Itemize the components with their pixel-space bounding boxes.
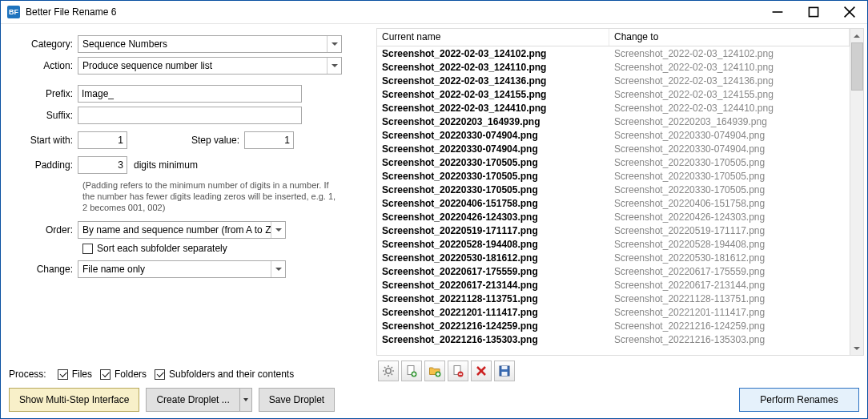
order-select[interactable]: By name and sequence number (from A to Z… bbox=[78, 221, 286, 239]
list-header: Current name Change to bbox=[377, 29, 850, 46]
folder-add-icon[interactable] bbox=[424, 361, 445, 381]
table-row[interactable]: Screenshot_20220617-213144.pngScreenshot… bbox=[377, 278, 850, 292]
file-list-rows[interactable]: Screenshot_2022-02-03_124102.pngScreensh… bbox=[377, 46, 850, 355]
change-to-cell: Screenshot_20220330-170505.png bbox=[609, 171, 850, 182]
table-row[interactable]: Screenshot_20220530-181612.pngScreenshot… bbox=[377, 251, 850, 264]
table-row[interactable]: Screenshot_20221216-135303.pngScreenshot… bbox=[377, 332, 850, 346]
create-droplet-dropdown[interactable] bbox=[239, 388, 252, 412]
stepvalue-label: Step value: bbox=[179, 135, 244, 146]
change-to-cell: Screenshot_2022-02-03_124110.png bbox=[609, 62, 850, 73]
table-row[interactable]: Screenshot_20220330-170505.pngScreenshot… bbox=[377, 169, 850, 183]
save-disk-icon[interactable] bbox=[494, 361, 515, 381]
perform-renames-button[interactable]: Perform Renames bbox=[739, 388, 859, 412]
change-to-cell: Screenshot_20220426-124303.png bbox=[609, 212, 850, 223]
table-row[interactable]: Screenshot_20220528-194408.pngScreenshot… bbox=[377, 237, 850, 251]
vertical-scrollbar[interactable] bbox=[850, 29, 863, 355]
current-name-cell: Screenshot_2022-02-03_124110.png bbox=[377, 62, 609, 73]
gear-icon[interactable] bbox=[378, 361, 399, 381]
table-row[interactable]: Screenshot_20221201-111417.pngScreenshot… bbox=[377, 305, 850, 319]
maximize-button[interactable] bbox=[795, 1, 831, 23]
table-row[interactable]: Screenshot_2022-02-03_124102.pngScreensh… bbox=[377, 46, 850, 60]
file-add-icon[interactable] bbox=[401, 361, 422, 381]
change-to-cell: Screenshot_20220617-175559.png bbox=[609, 266, 850, 277]
change-to-cell: Screenshot_20220528-194408.png bbox=[609, 239, 850, 250]
table-row[interactable]: Screenshot_2022-02-03_124410.pngScreensh… bbox=[377, 101, 850, 115]
table-row[interactable]: Screenshot_2022-02-03_124110.pngScreensh… bbox=[377, 60, 850, 74]
change-to-cell: Screenshot_2022-02-03_124102.png bbox=[609, 48, 850, 59]
table-row[interactable]: Screenshot_20221128-113751.pngScreenshot… bbox=[377, 292, 850, 305]
current-name-cell: Screenshot_20220617-213144.png bbox=[377, 280, 609, 291]
titlebar: BF Better File Rename 6 bbox=[1, 1, 867, 24]
startwith-input[interactable] bbox=[78, 131, 127, 149]
change-to-cell: Screenshot_20221216-135303.png bbox=[609, 334, 850, 345]
change-select[interactable]: File name only bbox=[78, 260, 286, 278]
suffix-label: Suffix: bbox=[9, 110, 78, 121]
table-row[interactable]: Screenshot_20220617-175559.pngScreenshot… bbox=[377, 264, 850, 278]
current-name-cell: Screenshot_20220530-181612.png bbox=[377, 252, 609, 264]
prefix-input[interactable] bbox=[78, 85, 302, 103]
current-name-cell: Screenshot_20220519-171117.png bbox=[377, 225, 609, 236]
save-droplet-button[interactable]: Save Droplet bbox=[259, 388, 335, 412]
folders-checkbox[interactable] bbox=[100, 369, 111, 380]
table-row[interactable]: Screenshot_20220330-074904.pngScreenshot… bbox=[377, 128, 850, 142]
scroll-down-icon[interactable] bbox=[850, 341, 863, 355]
chevron-down-icon bbox=[327, 58, 341, 74]
category-label: Category: bbox=[9, 38, 78, 50]
change-to-cell: Screenshot_2022-02-03_124136.png bbox=[609, 75, 850, 87]
table-row[interactable]: Screenshot_20220330-170505.pngScreenshot… bbox=[377, 183, 850, 196]
col-current-name[interactable]: Current name bbox=[377, 29, 609, 46]
change-to-cell: Screenshot_20221201-111417.png bbox=[609, 307, 850, 318]
category-select[interactable]: Sequence Numbers bbox=[78, 35, 342, 53]
table-row[interactable]: Screenshot_20220406-151758.pngScreenshot… bbox=[377, 196, 850, 210]
current-name-cell: Screenshot_20221128-113751.png bbox=[377, 293, 609, 304]
show-multistep-button[interactable]: Show Multi-Step Interface bbox=[9, 388, 139, 412]
table-row[interactable]: Screenshot_20220426-124303.pngScreenshot… bbox=[377, 210, 850, 224]
file-list: Current name Change to Screenshot_2022-0… bbox=[376, 28, 864, 356]
table-row[interactable]: Screenshot_20220330-074904.pngScreenshot… bbox=[377, 142, 850, 155]
scroll-thumb[interactable] bbox=[851, 42, 863, 91]
table-row[interactable]: Screenshot_2022-02-03_124136.pngScreensh… bbox=[377, 74, 850, 87]
svg-rect-26 bbox=[502, 366, 508, 369]
chevron-down-icon bbox=[271, 261, 285, 277]
button-row: Show Multi-Step Interface Create Droplet… bbox=[9, 388, 365, 412]
sort-subfolder-checkbox[interactable] bbox=[82, 244, 93, 254]
suffix-input[interactable] bbox=[78, 107, 302, 124]
minimize-button[interactable] bbox=[759, 1, 795, 23]
table-row[interactable]: Screenshot_20220519-171117.pngScreenshot… bbox=[377, 224, 850, 237]
window-title: Better File Rename 6 bbox=[26, 6, 759, 18]
files-checkbox[interactable] bbox=[58, 369, 68, 380]
startwith-label: Start with: bbox=[9, 135, 78, 146]
order-label: Order: bbox=[9, 224, 78, 236]
subfolders-label: Subfolders and their contents bbox=[169, 369, 294, 380]
table-row[interactable]: Screenshot_20220330-170505.pngScreenshot… bbox=[377, 155, 850, 169]
close-button[interactable] bbox=[831, 1, 867, 23]
col-change-to[interactable]: Change to bbox=[609, 29, 850, 46]
table-row[interactable]: Screenshot_20221216-124259.pngScreenshot… bbox=[377, 319, 850, 332]
scroll-up-icon[interactable] bbox=[850, 29, 863, 42]
file-remove-icon[interactable] bbox=[448, 361, 468, 381]
change-to-cell: Screenshot_20220330-170505.png bbox=[609, 157, 850, 168]
current-name-cell: Screenshot_2022-02-03_124155.png bbox=[377, 89, 609, 100]
preview-pane: Current name Change to Screenshot_2022-0… bbox=[373, 24, 867, 418]
current-name-cell: Screenshot_20221216-135303.png bbox=[377, 334, 609, 345]
current-name-cell: Screenshot_2022-02-03_124102.png bbox=[377, 48, 609, 59]
padding-input[interactable] bbox=[78, 156, 127, 174]
change-to-cell: Screenshot_20220330-074904.png bbox=[609, 143, 850, 155]
change-to-cell: Screenshot_20220530-181612.png bbox=[609, 252, 850, 264]
current-name-cell: Screenshot_2022-02-03_124136.png bbox=[377, 75, 609, 87]
change-to-cell: Screenshot_20221128-113751.png bbox=[609, 293, 850, 304]
process-label: Process: bbox=[9, 369, 46, 380]
current-name-cell: Screenshot_20221216-124259.png bbox=[377, 320, 609, 332]
table-row[interactable]: Screenshot_2022-02-03_124155.pngScreensh… bbox=[377, 87, 850, 101]
change-to-cell: Screenshot_20220330-170505.png bbox=[609, 184, 850, 195]
stepvalue-input[interactable] bbox=[244, 131, 294, 149]
delete-x-icon[interactable] bbox=[471, 361, 492, 381]
folders-label: Folders bbox=[115, 369, 147, 380]
current-name-cell: Screenshot_20220330-074904.png bbox=[377, 143, 609, 155]
table-row[interactable]: Screenshot_20220203_164939.pngScreenshot… bbox=[377, 115, 850, 128]
chevron-down-icon bbox=[327, 36, 341, 52]
action-select[interactable]: Produce sequence number list bbox=[78, 57, 342, 75]
window-controls bbox=[759, 1, 867, 23]
create-droplet-button[interactable]: Create Droplet ... bbox=[146, 388, 239, 412]
subfolders-checkbox[interactable] bbox=[155, 369, 165, 380]
